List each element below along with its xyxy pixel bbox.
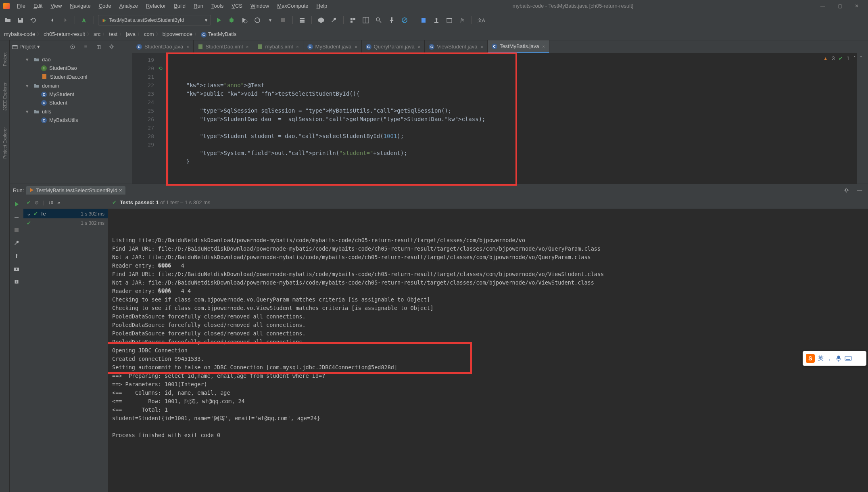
menu-item-vcs[interactable]: VCS <box>227 1 246 10</box>
open-icon[interactable] <box>2 15 13 25</box>
minimize-button[interactable]: — <box>815 3 831 9</box>
back-icon[interactable] <box>47 15 58 25</box>
hide-panel-icon[interactable]: — <box>854 185 865 195</box>
collapse-icon[interactable]: ≡ <box>80 42 91 52</box>
editor-annotations[interactable]: ▲3 ✔1 ˄ ˅ <box>823 56 862 61</box>
console-output[interactable]: Listing file:/D:/BaiduNetdiskDownload/po… <box>108 209 868 492</box>
menu-item-view[interactable]: View <box>46 1 66 10</box>
gear-icon[interactable] <box>106 42 117 52</box>
translate-icon[interactable]: 文A <box>476 15 486 25</box>
book-icon[interactable] <box>418 15 429 25</box>
menu-item-analyze[interactable]: Analyze <box>115 1 142 10</box>
hide-panel-icon[interactable]: — <box>119 42 129 52</box>
camera-icon[interactable] <box>12 264 21 274</box>
keyboard-icon[interactable] <box>845 356 852 361</box>
ime-widget[interactable]: S 英 ， <box>803 351 866 366</box>
run-tab[interactable]: TestMyBatis.testSelectStudentById × <box>26 186 125 195</box>
refresh-icon[interactable] <box>28 15 39 25</box>
menu-item-navigate[interactable]: Navigate <box>66 1 94 10</box>
gutter-tab-explorer[interactable]: Project Explorer <box>2 127 7 159</box>
noentry-icon[interactable]: ⊘ <box>35 200 39 205</box>
mic-icon[interactable] <box>836 355 841 362</box>
save-icon[interactable] <box>15 15 26 25</box>
close-icon[interactable]: × <box>246 44 248 49</box>
breadcrumb-item[interactable]: ch05-return-result <box>42 30 87 38</box>
tree-item-mystudent[interactable]: CMyStudent <box>10 90 132 98</box>
menu-item-window[interactable]: Window <box>246 1 273 10</box>
coverage-icon[interactable] <box>239 15 250 25</box>
wrench-icon[interactable] <box>12 238 21 248</box>
test-tree[interactable]: ⌄✔Te1 s 302 ms✔1 s 302 ms <box>23 209 108 492</box>
split-icon[interactable]: ◫ <box>93 42 104 52</box>
maximize-button[interactable]: ▢ <box>832 3 848 9</box>
close-icon[interactable]: × <box>480 44 483 49</box>
stop-icon[interactable] <box>278 15 288 25</box>
editor-tab-mybatis-xml[interactable]: mybatis.xml× <box>253 40 303 53</box>
close-icon[interactable]: × <box>355 44 357 49</box>
export-icon[interactable] <box>12 277 21 287</box>
editor-tab-studentdao-xml[interactable]: StudentDao.xml× <box>194 40 253 53</box>
target-icon[interactable] <box>67 42 78 52</box>
tree-item-utils[interactable]: ▾utils <box>10 107 132 116</box>
test-row[interactable]: ✔1 s 302 ms <box>23 218 108 228</box>
stop-icon[interactable] <box>12 225 21 235</box>
close-icon[interactable]: × <box>418 44 420 49</box>
close-button[interactable]: ✕ <box>849 3 865 9</box>
run-icon[interactable] <box>213 15 224 25</box>
editor-tab-testmybatis-java[interactable]: CTestMyBatis.java× <box>488 40 549 53</box>
breadcrumb-item[interactable]: CTestMyBatis <box>199 30 238 38</box>
tree-item-mybatisutils[interactable]: CMyBatisUtils <box>10 116 132 124</box>
gutter-tab-project[interactable]: Project <box>2 52 7 66</box>
menu-item-code[interactable]: Code <box>95 1 115 10</box>
code-editor[interactable]: "kw">class="anno">@Test "kw">public "kw"… <box>169 53 857 184</box>
menu-item-tools[interactable]: Tools <box>207 1 227 10</box>
ime-comma[interactable]: ， <box>827 355 833 362</box>
toggle-break-icon[interactable] <box>12 212 21 222</box>
down-icon[interactable]: ˅ <box>860 56 862 61</box>
box-icon[interactable] <box>316 15 326 25</box>
menu-item-build[interactable]: Build <box>170 1 190 10</box>
forward-icon[interactable] <box>60 15 71 25</box>
run-configuration-selector[interactable]: TestMyBatis.testSelectStudentById ▾ <box>98 15 211 25</box>
project-tree[interactable]: ▾daoIStudentDaoStudentDao.xml▾domainCMyS… <box>10 53 132 184</box>
project-panel-title[interactable]: Project ▾ <box>12 44 40 50</box>
editor-tab-viewstudent-java[interactable]: CViewStudent.java× <box>425 40 488 53</box>
close-icon[interactable]: × <box>119 187 122 193</box>
fx-icon[interactable]: fx <box>457 15 467 25</box>
noentry-icon[interactable] <box>399 15 410 25</box>
editor-tab-mystudent-java[interactable]: CMyStudent.java× <box>303 40 362 53</box>
check-icon[interactable]: ✔ <box>27 200 31 205</box>
breadcrumb-item[interactable]: java <box>124 30 137 38</box>
rerun-icon[interactable] <box>12 199 21 209</box>
breadcrumb-item[interactable]: src <box>92 30 102 38</box>
vcs-update-icon[interactable] <box>297 15 307 25</box>
breadcrumb-item[interactable]: mybaits-code <box>2 30 37 38</box>
pin-icon[interactable] <box>12 251 21 261</box>
close-icon[interactable]: × <box>186 44 189 49</box>
attach-icon[interactable]: ▾ <box>265 15 275 25</box>
menu-item-run[interactable]: Run <box>190 1 207 10</box>
menu-item-edit[interactable]: Edit <box>29 1 46 10</box>
tree-item-studentdao[interactable]: IStudentDao <box>10 64 132 72</box>
menu-item-refactor[interactable]: Refactor <box>142 1 170 10</box>
menu-item-help[interactable]: Help <box>313 1 332 10</box>
tree-item-domain[interactable]: ▾domain <box>10 81 132 90</box>
search-icon[interactable] <box>373 15 384 25</box>
gear-icon[interactable] <box>841 185 852 195</box>
layout-icon[interactable] <box>361 15 371 25</box>
close-icon[interactable]: × <box>542 44 545 49</box>
breadcrumb-item[interactable]: bjpowernode <box>161 30 194 38</box>
upload-icon[interactable] <box>431 15 442 25</box>
editor-tab-studentdao-java[interactable]: CStudentDao.java× <box>132 40 194 53</box>
up-icon[interactable]: ˄ <box>853 56 856 61</box>
pin-icon[interactable] <box>386 15 397 25</box>
tree-item-dao[interactable]: ▾dao <box>10 55 132 64</box>
sort-icon[interactable]: ↓≡ <box>48 200 53 205</box>
test-row[interactable]: ⌄✔Te1 s 302 ms <box>23 209 108 218</box>
menu-item-maxcompute[interactable]: MaxCompute <box>273 1 312 10</box>
tree-item-student[interactable]: CStudent <box>10 98 132 107</box>
breadcrumb-item[interactable]: test <box>107 30 119 38</box>
close-icon[interactable]: × <box>296 44 298 49</box>
breadcrumb-item[interactable]: com <box>142 30 156 38</box>
editor-tab-queryparam-java[interactable]: CQueryParam.java× <box>362 40 425 53</box>
